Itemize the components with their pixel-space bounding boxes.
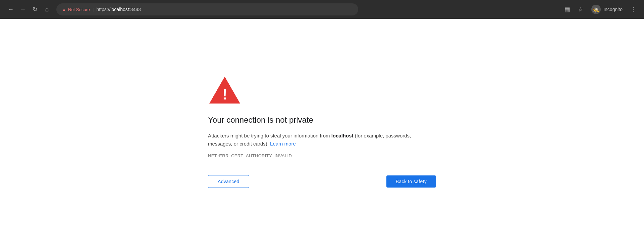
forward-button[interactable]: →: [17, 4, 28, 15]
url-host: localhost: [110, 7, 129, 12]
menu-icon: ⋮: [630, 6, 636, 13]
error-container: ! Your connection is not private Attacke…: [201, 75, 443, 188]
url-scheme: https://: [96, 7, 110, 12]
url-port: :3443: [129, 7, 141, 12]
bookmark-button[interactable]: ☆: [575, 4, 586, 15]
incognito-icon: 🕵: [591, 5, 601, 14]
menu-button[interactable]: ⋮: [628, 4, 639, 15]
address-bar[interactable]: ▲ Not Secure | https://localhost:3443: [56, 3, 358, 15]
not-secure-text: Not Secure: [68, 7, 90, 12]
back-button[interactable]: ←: [5, 4, 16, 15]
description-before: Attackers might be trying to steal your …: [208, 133, 331, 138]
learn-more-link[interactable]: Learn more: [270, 141, 296, 147]
url-display: https://localhost:3443: [96, 7, 141, 12]
browser-toolbar: ← → ↻ ⌂ ▲ Not Secure | https://localhost…: [0, 0, 644, 19]
nav-buttons: ← → ↻ ⌂: [5, 4, 52, 15]
back-to-safety-button[interactable]: Back to safety: [386, 175, 436, 188]
hostname-text: localhost: [331, 133, 354, 138]
error-code: NET::ERR_CERT_AUTHORITY_INVALID: [208, 153, 292, 158]
toolbar-right: ▦ ☆ 🕵 Incognito ⋮: [562, 3, 639, 15]
url-separator: |: [93, 7, 94, 12]
security-warning-icon: ▲: [62, 7, 66, 12]
incognito-button[interactable]: 🕵 Incognito: [589, 3, 625, 15]
home-button[interactable]: ⌂: [42, 4, 52, 15]
incognito-label: Incognito: [603, 7, 623, 12]
bookmark-icon: ☆: [578, 6, 583, 13]
tab-manager-icon: ▦: [565, 6, 570, 13]
tab-manager-button[interactable]: ▦: [562, 4, 573, 15]
error-page: ! Your connection is not private Attacke…: [0, 19, 644, 244]
button-row: Advanced Back to safety: [208, 175, 436, 188]
error-description: Attackers might be trying to steal your …: [208, 132, 436, 148]
reload-button[interactable]: ↻: [30, 4, 40, 15]
not-secure-indicator: ▲ Not Secure: [62, 7, 90, 12]
advanced-button[interactable]: Advanced: [208, 175, 249, 188]
warning-triangle-icon: !: [208, 75, 241, 105]
svg-text:!: !: [222, 86, 227, 103]
error-title: Your connection is not private: [208, 115, 313, 125]
